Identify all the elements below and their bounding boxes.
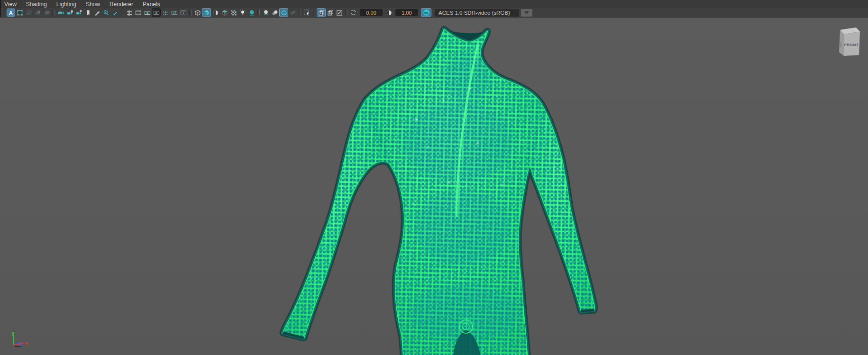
x-ray-joints-icon[interactable] <box>289 9 297 17</box>
smooth-shade-all-icon[interactable] <box>202 9 210 17</box>
textured-icon[interactable] <box>220 9 228 17</box>
2d-pan-zoom-icon[interactable] <box>102 9 110 17</box>
frame-marquee-icon[interactable] <box>16 9 24 17</box>
axis-gizmo: y x z <box>12 330 28 346</box>
use-all-lights-icon[interactable] <box>238 9 247 17</box>
axis-y-label: y <box>12 330 15 336</box>
x-ray-icon[interactable] <box>280 9 288 17</box>
layers-icon[interactable] <box>25 9 33 17</box>
toolbar-grip[interactable] <box>3 10 5 16</box>
color-management-on-label: ON <box>423 9 429 16</box>
grid-icon[interactable] <box>125 9 133 17</box>
toolbar-grip[interactable] <box>257 10 260 16</box>
chevron-down-icon <box>524 11 529 14</box>
view-cube[interactable]: FRONT LEFT <box>839 27 860 56</box>
menu-lighting[interactable]: Lighting <box>52 1 81 8</box>
axis-x-label: x <box>26 340 28 346</box>
menu-panels[interactable]: Panels <box>138 1 165 8</box>
wireframe-icon[interactable] <box>193 9 201 17</box>
safe-action-icon[interactable] <box>170 9 178 17</box>
letter-a-toggle-icon[interactable]: A <box>7 9 15 16</box>
axis-z-label: z <box>19 341 22 346</box>
menu-show[interactable]: Show <box>81 1 105 8</box>
motion-blur-icon[interactable] <box>271 9 279 17</box>
menu-shading[interactable]: Shading <box>21 1 52 8</box>
select-camera-icon[interactable] <box>57 9 65 17</box>
gamma-field[interactable] <box>395 9 418 16</box>
toolbar-grip[interactable] <box>345 10 347 16</box>
gamma-icon[interactable] <box>385 9 393 17</box>
image-stack-icon[interactable] <box>43 9 51 17</box>
pencil-icon[interactable] <box>111 9 119 17</box>
view-transform-dropdown-arrow[interactable] <box>521 9 532 17</box>
panel-menubar: View Shading Lighting Show Renderer Pane… <box>0 0 868 8</box>
viewport-3d[interactable]: FRONT LEFT y x z <box>0 18 868 355</box>
grease-pencil-icon[interactable] <box>93 9 101 17</box>
use-default-material-icon[interactable] <box>211 9 219 17</box>
resolution-gate-icon[interactable] <box>143 9 151 17</box>
toolbar-grip[interactable] <box>189 10 192 16</box>
menu-view[interactable]: View <box>1 1 21 8</box>
exposure-icon[interactable] <box>349 9 357 17</box>
isolate-select-icon[interactable] <box>303 9 311 17</box>
toolbar-grip[interactable] <box>53 10 55 16</box>
toolbar-grip[interactable] <box>121 10 123 16</box>
gate-mask-icon[interactable] <box>152 9 160 17</box>
film-gate-icon[interactable] <box>134 9 142 17</box>
maya-viewport-window: View Shading Lighting Show Renderer Pane… <box>0 0 868 355</box>
transparency-icon[interactable] <box>229 9 238 17</box>
wireframe-body-render: FRONT LEFT y x z <box>0 18 868 355</box>
field-chart-icon[interactable] <box>161 9 169 17</box>
safe-title-icon[interactable]: T <box>179 9 187 17</box>
camera-attributes-icon[interactable] <box>75 9 83 17</box>
view-cube-front-label: FRONT <box>844 43 859 47</box>
overlap-squares-a-icon[interactable] <box>317 9 325 17</box>
color-pie-icon[interactable] <box>34 9 42 17</box>
toolbar-grip[interactable] <box>299 10 301 16</box>
overlap-squares-b-icon[interactable] <box>326 9 334 17</box>
svg-text:T: T <box>182 10 184 15</box>
toolbar-grip[interactable] <box>313 10 315 16</box>
lock-camera-icon[interactable] <box>66 9 74 17</box>
menu-renderer[interactable]: Renderer <box>105 1 138 8</box>
ambient-occlusion-icon[interactable] <box>262 9 270 17</box>
color-management-toggle[interactable]: ON <box>421 9 431 17</box>
shadows-icon[interactable] <box>247 9 256 17</box>
view-transform-dropdown[interactable]: ACES 1.0 SDR-video (sRGB) <box>435 9 519 17</box>
exposure-field[interactable] <box>360 9 383 16</box>
bookmarks-icon[interactable] <box>84 9 92 17</box>
panel-toolbar: A T <box>0 8 868 18</box>
arrow-box-icon[interactable] <box>335 9 343 17</box>
